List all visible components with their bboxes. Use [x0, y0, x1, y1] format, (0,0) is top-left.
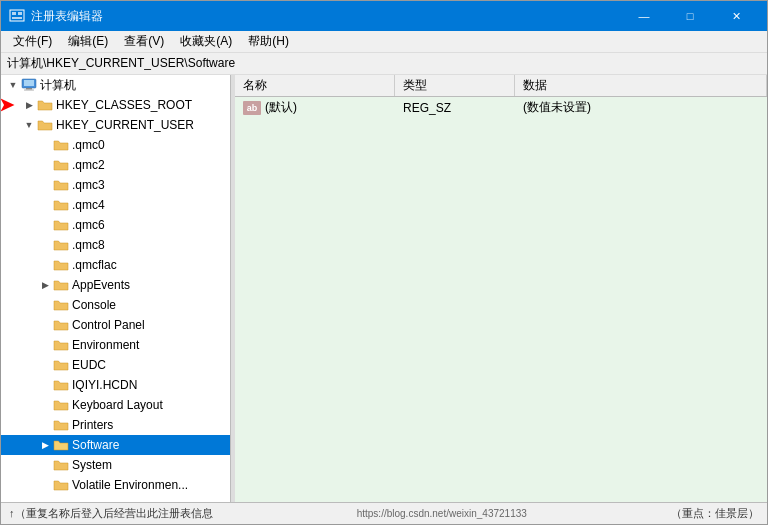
table-row[interactable]: ab (默认) REG_SZ (数值未设置): [235, 97, 767, 119]
menu-view[interactable]: 查看(V): [116, 31, 172, 52]
col-header-name: 名称: [235, 75, 395, 96]
tree-item-qmc3[interactable]: ▶ .qmc3: [1, 175, 230, 195]
folder-icon-console: [53, 298, 69, 312]
tree-item-console[interactable]: ▶ Console: [1, 295, 230, 315]
tree-item-keyboard[interactable]: ▶ Keyboard Layout: [1, 395, 230, 415]
tree-item-qmc6[interactable]: ▶ .qmc6: [1, 215, 230, 235]
label-appevents: AppEvents: [72, 278, 130, 292]
svg-rect-5: [24, 80, 34, 86]
menu-bar: 文件(F) 编辑(E) 查看(V) 收藏夹(A) 帮助(H): [1, 31, 767, 53]
label-qmc3: .qmc3: [72, 178, 105, 192]
folder-icon-hkcr: [37, 98, 53, 112]
status-right: （重点：佳景层）: [671, 506, 759, 521]
tree-label-hkcr: HKEY_CLASSES_ROOT: [56, 98, 192, 112]
label-environment: Environment: [72, 338, 139, 352]
maximize-button[interactable]: □: [667, 1, 713, 31]
column-headers: 名称 类型 数据: [235, 75, 767, 97]
status-watermark: https://blog.csdn.net/weixin_43721133: [357, 508, 527, 519]
tree-root[interactable]: ▼ 计算机: [1, 75, 230, 95]
label-qmc2: .qmc2: [72, 158, 105, 172]
right-panel: 名称 类型 数据 ab (默认) REG_SZ (数值未设置): [235, 75, 767, 502]
tree-item-appevents[interactable]: ▶ AppEvents: [1, 275, 230, 295]
tree-item-software[interactable]: ▶ Software ◀: [1, 435, 230, 455]
annotation-arrow-hkcr: ➤: [1, 94, 14, 116]
svg-rect-0: [10, 10, 24, 21]
svg-rect-3: [12, 17, 22, 19]
tree-item-hkcr[interactable]: ▶ HKEY_CLASSES_ROOT ➤: [1, 95, 230, 115]
label-qmc0: .qmc0: [72, 138, 105, 152]
minimize-button[interactable]: —: [621, 1, 667, 31]
svg-rect-7: [24, 90, 34, 91]
label-printers: Printers: [72, 418, 113, 432]
software-expander[interactable]: ▶: [37, 437, 53, 453]
folder-icon-qmc6: [53, 218, 69, 232]
tree-item-system[interactable]: ▶ System: [1, 455, 230, 475]
status-bar: ↑（重复名称后登入后经营出此注册表信息 https://blog.csdn.ne…: [1, 502, 767, 524]
label-console: Console: [72, 298, 116, 312]
tree-item-controlpanel[interactable]: ▶ Control Panel: [1, 315, 230, 335]
label-qmc4: .qmc4: [72, 198, 105, 212]
root-expander[interactable]: ▼: [5, 77, 21, 93]
folder-icon-qmc0: [53, 138, 69, 152]
tree-item-qmcflac[interactable]: ▶ .qmcflac: [1, 255, 230, 275]
folder-icon-printers: [53, 418, 69, 432]
close-button[interactable]: ✕: [713, 1, 759, 31]
folder-icon-keyboard: [53, 398, 69, 412]
tree-item-eudc[interactable]: ▶ EUDC: [1, 355, 230, 375]
folder-icon-controlpanel: [53, 318, 69, 332]
label-keyboard: Keyboard Layout: [72, 398, 163, 412]
folder-icon-qmc4: [53, 198, 69, 212]
menu-favorites[interactable]: 收藏夹(A): [172, 31, 240, 52]
root-label: 计算机: [40, 77, 76, 94]
menu-edit[interactable]: 编辑(E): [60, 31, 116, 52]
value-name: (默认): [265, 99, 297, 116]
folder-icon-qmcflac: [53, 258, 69, 272]
window-title: 注册表编辑器: [31, 8, 621, 25]
title-bar: 注册表编辑器 — □ ✕: [1, 1, 767, 31]
label-eudc: EUDC: [72, 358, 106, 372]
table-body: ab (默认) REG_SZ (数值未设置): [235, 97, 767, 502]
folder-icon-volatile: [53, 478, 69, 492]
tree-item-iqiyi[interactable]: ▶ IQIYI.HCDN: [1, 375, 230, 395]
main-content: ▼ 计算机 ▶: [1, 75, 767, 502]
tree-item-volatile[interactable]: ▶ Volatile Environmen...: [1, 475, 230, 495]
tree-item-qmc8[interactable]: ▶ .qmc8: [1, 235, 230, 255]
registry-editor-window: 注册表编辑器 — □ ✕ 文件(F) 编辑(E) 查看(V) 收藏夹(A) 帮助…: [0, 0, 768, 525]
window-controls: — □ ✕: [621, 1, 759, 31]
tree-item-printers[interactable]: ▶ Printers: [1, 415, 230, 435]
folder-icon-hkcu: [37, 118, 53, 132]
menu-help[interactable]: 帮助(H): [240, 31, 297, 52]
tree-item-qmc4[interactable]: ▶ .qmc4: [1, 195, 230, 215]
label-software: Software: [72, 438, 119, 452]
folder-icon-qmc3: [53, 178, 69, 192]
address-text: 计算机\HKEY_CURRENT_USER\Software: [7, 55, 235, 72]
ab-badge: ab: [243, 101, 261, 115]
label-iqiyi: IQIYI.HCDN: [72, 378, 137, 392]
computer-icon: [21, 78, 37, 92]
col-header-type: 类型: [395, 75, 515, 96]
tree-item-hkcu[interactable]: ▼ HKEY_CURRENT_USER: [1, 115, 230, 135]
folder-icon-software: [53, 438, 69, 452]
tree-panel: ▼ 计算机 ▶: [1, 75, 231, 502]
folder-icon-qmc8: [53, 238, 69, 252]
label-volatile: Volatile Environmen...: [72, 478, 188, 492]
status-left: ↑（重复名称后登入后经营出此注册表信息: [9, 506, 213, 521]
folder-icon-eudc: [53, 358, 69, 372]
appevents-expander[interactable]: ▶: [37, 277, 53, 293]
tree-item-qmc0[interactable]: ▶ .qmc0: [1, 135, 230, 155]
folder-icon-environment: [53, 338, 69, 352]
cell-type: REG_SZ: [395, 99, 515, 117]
tree-item-qmc2[interactable]: ▶ .qmc2: [1, 155, 230, 175]
tree-item-environment[interactable]: ▶ Environment: [1, 335, 230, 355]
hkcr-expander[interactable]: ▶: [21, 97, 37, 113]
address-bar: 计算机\HKEY_CURRENT_USER\Software: [1, 53, 767, 75]
label-system: System: [72, 458, 112, 472]
col-header-data: 数据: [515, 75, 767, 96]
cell-data: (数值未设置): [515, 97, 767, 118]
menu-file[interactable]: 文件(F): [5, 31, 60, 52]
folder-icon-qmc2: [53, 158, 69, 172]
label-qmc8: .qmc8: [72, 238, 105, 252]
folder-icon-appevents: [53, 278, 69, 292]
hkcu-expander[interactable]: ▼: [21, 117, 37, 133]
svg-rect-1: [12, 12, 16, 15]
